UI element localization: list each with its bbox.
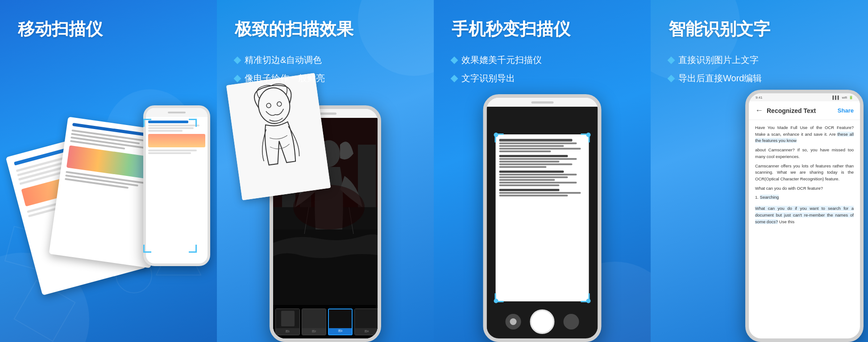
section4-features: 直接识别图片上文字 导出后直接Word编辑: [651, 50, 868, 95]
highlight-1: these all the features you know: [755, 132, 854, 143]
feature-item-4: 文字识别导出: [452, 72, 633, 84]
feature-label-1: 精准切边&自动调色: [245, 54, 322, 66]
highlight-searching: Searching: [760, 195, 779, 200]
ocr-para-4: What can you do with OCR feature?: [755, 185, 854, 192]
share-button[interactable]: Share: [838, 107, 854, 114]
manga-sketch-svg: [231, 78, 326, 196]
ocr-para-3: Camscanner offers you lots of features r…: [755, 163, 854, 183]
section2-features: 精准切边&自动调色 像电子绘作一般鲜亮: [217, 50, 434, 95]
section2-title: 极致的扫描效果: [217, 0, 434, 50]
section-phone-scanner: 手机秒变扫描仪 效果媲美千元扫描仪 文字识别导出: [434, 0, 651, 342]
scan-corner-tl: [494, 133, 503, 142]
section3-features: 效果媲美千元扫描仪 文字识别导出: [434, 50, 651, 95]
shutter-button[interactable]: [530, 309, 555, 334]
camera-controls: [487, 309, 598, 334]
section3-title: 手机秒变扫描仪: [434, 0, 651, 50]
phone-ocr-camera: [483, 94, 602, 342]
diamond-icon-3: [451, 56, 458, 64]
thumbnail-1: 图1: [275, 309, 300, 335]
camera-btn-1[interactable]: [506, 314, 521, 329]
ocr-para-1: Have You Made Full Use of the OCR Featur…: [755, 125, 854, 144]
scan-corner-br: [581, 293, 590, 302]
wifi-icon: wifi: [842, 96, 847, 100]
thumbnail-3[interactable]: 图3: [328, 309, 353, 335]
section-scan-effect: 极致的扫描效果 精准切边&自动调色 像电子绘作一般鲜亮: [217, 0, 434, 342]
scan-corner-bl: [494, 293, 503, 302]
diamond-icon-6: [668, 75, 675, 82]
section4-title: 智能识别文字: [651, 0, 868, 50]
status-icons: ▌▌▌ wifi 🔋: [832, 96, 853, 100]
ocr-para-6: What can you do if you want to search fo…: [755, 205, 854, 225]
phone-manga: 图1 图2 图3 图4: [270, 105, 381, 342]
diamond-icon-2: [234, 75, 241, 82]
camera-btn-2[interactable]: [564, 314, 579, 329]
feature-item-2: 像电子绘作一般鲜亮: [235, 72, 416, 84]
svg-point-6: [266, 103, 271, 108]
feature-item-6: 导出后直接Word编辑: [669, 72, 850, 84]
ocr-title: Recognized Text: [767, 107, 834, 114]
section-smart-recognition: 智能识别文字 直接识别图片上文字 导出后直接Word编辑 9:41 ▌▌▌ wi…: [651, 0, 868, 342]
feature-label-4: 文字识别导出: [461, 72, 515, 84]
signal-icon: ▌▌▌: [832, 96, 840, 100]
diamond-icon-1: [234, 56, 241, 64]
scanner-overlay: [143, 119, 197, 253]
highlight-what: What can you do if you want to search fo…: [755, 206, 854, 224]
svg-point-7: [277, 101, 282, 106]
diamond-icon-4: [451, 75, 458, 82]
feature-label-5: 直接识别图片上文字: [678, 54, 759, 66]
camera-viewfinder: [487, 107, 598, 338]
phone-device: [137, 105, 217, 275]
time-display: 9:41: [756, 96, 763, 100]
feature-item-3: 效果媲美千元扫描仪: [452, 54, 633, 66]
feature-item-5: 直接识别图片上文字: [669, 54, 850, 66]
phone-frame-ocr: [483, 94, 602, 342]
ocr-header: ← Recognized Text Share: [749, 101, 860, 120]
ocr-para-5: 1. Searching: [755, 194, 854, 201]
thumbnail-strip: 图1 图2 图3 图4: [273, 305, 378, 338]
feature-label-3: 效果媲美千元扫描仪: [461, 54, 542, 66]
feature-label-2: 像电子绘作一般鲜亮: [245, 72, 325, 84]
scan-overlay: [495, 134, 589, 301]
ocr-para-2: about Camscanner? If so, you have missed…: [755, 147, 854, 160]
section-mobile-scanner: 移动扫描仪: [0, 0, 217, 342]
feature-label-6: 导出后直接Word编辑: [678, 72, 762, 84]
thumbnail-2[interactable]: 图2: [302, 309, 326, 335]
section1-title: 移动扫描仪: [0, 0, 217, 50]
feature-item-1: 精准切边&自动调色: [235, 54, 416, 66]
phone-ocr-result: 9:41 ▌▌▌ wifi 🔋 ← Recognized Text Share …: [745, 90, 864, 342]
scan-corner-tr: [581, 133, 590, 142]
phone-frame-ocr-result: 9:41 ▌▌▌ wifi 🔋 ← Recognized Text Share …: [745, 90, 864, 342]
diamond-icon-5: [668, 56, 675, 64]
ocr-content: Have You Made Full Use of the OCR Featur…: [749, 120, 860, 338]
back-arrow[interactable]: ←: [755, 106, 763, 115]
thumbnail-4[interactable]: 图4: [354, 309, 378, 335]
battery-icon: 🔋: [849, 96, 853, 100]
document-mockup: [13, 105, 217, 329]
